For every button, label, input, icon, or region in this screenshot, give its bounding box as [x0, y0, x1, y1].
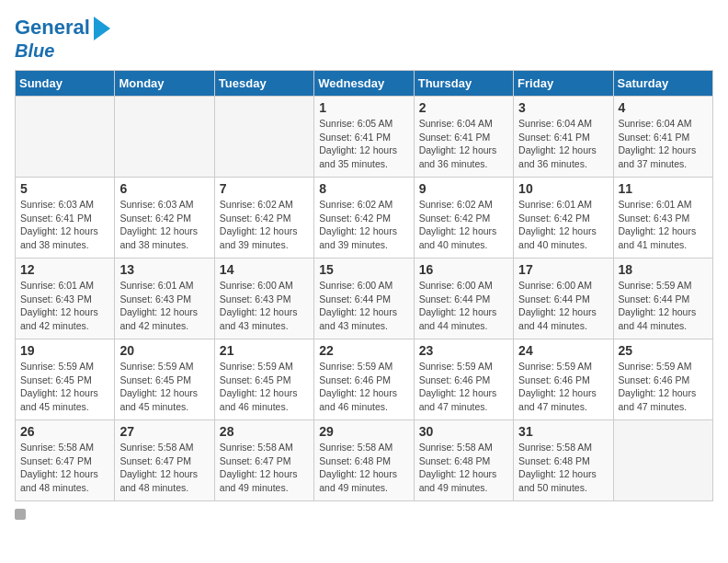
day-info: Sunrise: 5:59 AM Sunset: 6:46 PM Dayligh…: [419, 360, 508, 414]
calendar-cell: 27Sunrise: 5:58 AM Sunset: 6:47 PM Dayli…: [115, 420, 214, 501]
calendar-cell: 21Sunrise: 5:59 AM Sunset: 6:45 PM Dayli…: [214, 339, 313, 420]
day-info: Sunrise: 5:59 AM Sunset: 6:45 PM Dayligh…: [20, 360, 109, 414]
logo-arrow-icon: [94, 17, 110, 40]
day-number: 29: [319, 424, 408, 439]
day-number: 10: [518, 181, 608, 196]
logo-text: General: [15, 17, 90, 39]
calendar-cell: 1Sunrise: 6:05 AM Sunset: 6:41 PM Daylig…: [314, 97, 414, 178]
day-info: Sunrise: 5:59 AM Sunset: 6:44 PM Dayligh…: [619, 279, 708, 333]
day-number: 11: [619, 181, 708, 196]
day-info: Sunrise: 6:01 AM Sunset: 6:43 PM Dayligh…: [20, 279, 109, 333]
day-number: 31: [518, 424, 608, 439]
day-number: 22: [319, 343, 408, 358]
calendar-week-3: 12Sunrise: 6:01 AM Sunset: 6:43 PM Dayli…: [16, 259, 713, 339]
day-number: 26: [20, 424, 109, 439]
calendar-cell: 24Sunrise: 5:59 AM Sunset: 6:46 PM Dayli…: [514, 339, 613, 420]
calendar-cell: 9Sunrise: 6:02 AM Sunset: 6:42 PM Daylig…: [414, 178, 513, 259]
calendar-cell: 11Sunrise: 6:01 AM Sunset: 6:43 PM Dayli…: [613, 178, 712, 259]
logo-general: General: [15, 16, 90, 39]
calendar-week-1: 1Sunrise: 6:05 AM Sunset: 6:41 PM Daylig…: [16, 97, 713, 178]
day-info: Sunrise: 6:03 AM Sunset: 6:42 PM Dayligh…: [119, 198, 209, 252]
calendar-cell: 6Sunrise: 6:03 AM Sunset: 6:42 PM Daylig…: [115, 178, 214, 259]
day-info: Sunrise: 6:02 AM Sunset: 6:42 PM Dayligh…: [419, 198, 508, 252]
calendar-cell: 29Sunrise: 5:58 AM Sunset: 6:48 PM Dayli…: [314, 420, 414, 501]
day-number: 27: [119, 424, 209, 439]
day-info: Sunrise: 6:04 AM Sunset: 6:41 PM Dayligh…: [419, 117, 508, 171]
calendar-cell: 2Sunrise: 6:04 AM Sunset: 6:41 PM Daylig…: [414, 97, 513, 178]
day-number: 6: [119, 181, 209, 196]
calendar-cell: 10Sunrise: 6:01 AM Sunset: 6:42 PM Dayli…: [514, 178, 613, 259]
weekday-header-friday: Friday: [514, 71, 613, 97]
day-number: 14: [220, 262, 309, 277]
calendar-cell: 3Sunrise: 6:04 AM Sunset: 6:41 PM Daylig…: [514, 97, 613, 178]
day-number: 20: [119, 343, 209, 358]
page-header: General Blue: [15, 15, 713, 61]
day-info: Sunrise: 5:59 AM Sunset: 6:46 PM Dayligh…: [319, 360, 408, 414]
day-info: Sunrise: 5:58 AM Sunset: 6:48 PM Dayligh…: [319, 441, 408, 495]
calendar-cell: 8Sunrise: 6:02 AM Sunset: 6:42 PM Daylig…: [314, 178, 414, 259]
calendar-cell: 31Sunrise: 5:58 AM Sunset: 6:48 PM Dayli…: [514, 420, 613, 501]
calendar-cell: 19Sunrise: 5:59 AM Sunset: 6:45 PM Dayli…: [16, 339, 115, 420]
day-number: 30: [419, 424, 508, 439]
day-info: Sunrise: 5:59 AM Sunset: 6:46 PM Dayligh…: [518, 360, 608, 414]
day-number: 8: [319, 181, 408, 196]
day-number: 21: [220, 343, 309, 358]
calendar-cell: 4Sunrise: 6:04 AM Sunset: 6:41 PM Daylig…: [613, 97, 712, 178]
day-number: 4: [619, 100, 708, 115]
day-info: Sunrise: 5:59 AM Sunset: 6:45 PM Dayligh…: [220, 360, 309, 414]
day-info: Sunrise: 5:59 AM Sunset: 6:46 PM Dayligh…: [619, 360, 708, 414]
calendar-cell: 23Sunrise: 5:59 AM Sunset: 6:46 PM Dayli…: [414, 339, 513, 420]
day-info: Sunrise: 6:00 AM Sunset: 6:44 PM Dayligh…: [319, 279, 408, 333]
day-info: Sunrise: 6:01 AM Sunset: 6:43 PM Dayligh…: [119, 279, 209, 333]
day-number: 9: [419, 181, 508, 196]
weekday-header-saturday: Saturday: [613, 71, 712, 97]
day-number: 28: [220, 424, 309, 439]
calendar-cell: 26Sunrise: 5:58 AM Sunset: 6:47 PM Dayli…: [16, 420, 115, 501]
weekday-header-thursday: Thursday: [414, 71, 513, 97]
logo: General Blue: [15, 15, 110, 61]
weekday-header-tuesday: Tuesday: [214, 71, 313, 97]
calendar-week-4: 19Sunrise: 5:59 AM Sunset: 6:45 PM Dayli…: [16, 339, 713, 420]
calendar-cell: [16, 97, 115, 178]
daylight-dot-icon: [15, 509, 26, 520]
logo-blue: Blue: [15, 40, 54, 61]
calendar-cell: 15Sunrise: 6:00 AM Sunset: 6:44 PM Dayli…: [314, 259, 414, 339]
calendar-cell: [214, 97, 313, 178]
calendar-cell: 18Sunrise: 5:59 AM Sunset: 6:44 PM Dayli…: [613, 259, 712, 339]
day-info: Sunrise: 6:00 AM Sunset: 6:43 PM Dayligh…: [220, 279, 309, 333]
day-info: Sunrise: 6:00 AM Sunset: 6:44 PM Dayligh…: [518, 279, 608, 333]
day-info: Sunrise: 5:58 AM Sunset: 6:47 PM Dayligh…: [119, 441, 209, 495]
day-number: 12: [20, 262, 109, 277]
calendar-cell: 14Sunrise: 6:00 AM Sunset: 6:43 PM Dayli…: [214, 259, 313, 339]
day-info: Sunrise: 6:01 AM Sunset: 6:42 PM Dayligh…: [518, 198, 608, 252]
day-number: 17: [518, 262, 608, 277]
day-info: Sunrise: 6:04 AM Sunset: 6:41 PM Dayligh…: [518, 117, 608, 171]
calendar-cell: 20Sunrise: 5:59 AM Sunset: 6:45 PM Dayli…: [115, 339, 214, 420]
day-info: Sunrise: 5:59 AM Sunset: 6:45 PM Dayligh…: [119, 360, 209, 414]
day-info: Sunrise: 5:58 AM Sunset: 6:48 PM Dayligh…: [419, 441, 508, 495]
day-info: Sunrise: 6:04 AM Sunset: 6:41 PM Dayligh…: [619, 117, 708, 171]
calendar-cell: 12Sunrise: 6:01 AM Sunset: 6:43 PM Dayli…: [16, 259, 115, 339]
day-number: 1: [319, 100, 408, 115]
calendar-table: SundayMondayTuesdayWednesdayThursdayFrid…: [15, 70, 713, 501]
day-number: 7: [220, 181, 309, 196]
day-number: 5: [20, 181, 109, 196]
day-number: 3: [518, 100, 608, 115]
calendar-cell: 16Sunrise: 6:00 AM Sunset: 6:44 PM Dayli…: [414, 259, 513, 339]
day-number: 19: [20, 343, 109, 358]
calendar-cell: [115, 97, 214, 178]
day-info: Sunrise: 5:58 AM Sunset: 6:47 PM Dayligh…: [220, 441, 309, 495]
calendar-cell: 22Sunrise: 5:59 AM Sunset: 6:46 PM Dayli…: [314, 339, 414, 420]
calendar-cell: 7Sunrise: 6:02 AM Sunset: 6:42 PM Daylig…: [214, 178, 313, 259]
day-number: 18: [619, 262, 708, 277]
calendar-cell: 28Sunrise: 5:58 AM Sunset: 6:47 PM Dayli…: [214, 420, 313, 501]
day-number: 13: [119, 262, 209, 277]
day-info: Sunrise: 6:03 AM Sunset: 6:41 PM Dayligh…: [20, 198, 109, 252]
calendar-week-2: 5Sunrise: 6:03 AM Sunset: 6:41 PM Daylig…: [16, 178, 713, 259]
day-info: Sunrise: 5:58 AM Sunset: 6:48 PM Dayligh…: [518, 441, 608, 495]
day-info: Sunrise: 6:02 AM Sunset: 6:42 PM Dayligh…: [319, 198, 408, 252]
footer: [15, 509, 713, 520]
day-number: 25: [619, 343, 708, 358]
day-number: 2: [419, 100, 508, 115]
calendar-week-5: 26Sunrise: 5:58 AM Sunset: 6:47 PM Dayli…: [16, 420, 713, 501]
